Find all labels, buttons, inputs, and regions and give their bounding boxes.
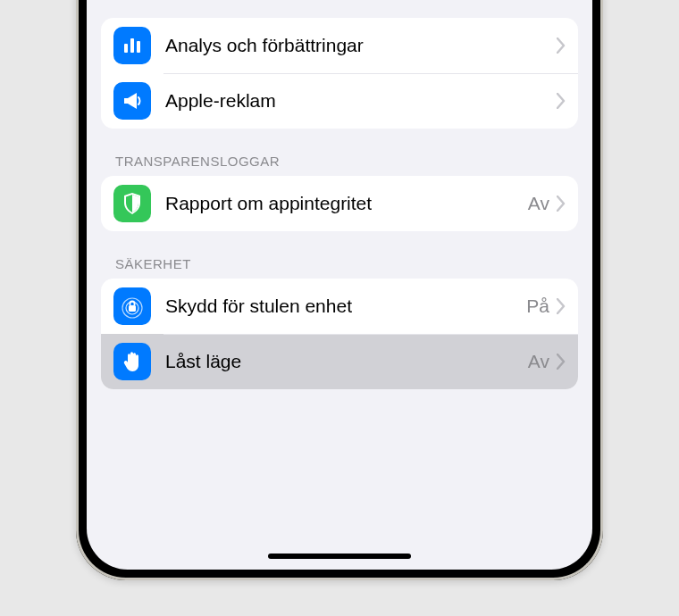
shield-icon	[113, 185, 151, 222]
row-analytics-label: Analys och förbättringar	[165, 35, 557, 56]
row-app-privacy-report-label: Rapport om appintegritet	[165, 193, 528, 214]
megaphone-icon	[113, 82, 151, 120]
settings-group-transparency: Rapport om appintegritet Av	[101, 176, 578, 231]
svg-rect-2	[137, 41, 140, 53]
row-stolen-device-protection-value: På	[526, 296, 549, 317]
settings-group-security: Skydd för stulen enhet På Låst läge Av	[101, 279, 578, 389]
row-lockdown-mode-value: Av	[528, 351, 549, 372]
chevron-right-icon	[557, 93, 566, 109]
hand-icon	[113, 343, 151, 380]
row-apple-advertising-label: Apple-reklam	[165, 90, 557, 112]
phone-frame: Analys och förbättringar Apple-reklam	[76, 0, 603, 580]
screen: Analys och förbättringar Apple-reklam	[87, 0, 592, 570]
svg-rect-1	[130, 38, 134, 53]
chevron-right-icon	[557, 298, 566, 314]
chevron-right-icon	[557, 196, 566, 212]
lock-ripple-icon	[113, 287, 151, 325]
settings-content: Analys och förbättringar Apple-reklam	[87, 0, 592, 389]
home-indicator[interactable]	[268, 554, 411, 559]
svg-rect-5	[129, 305, 136, 312]
row-apple-advertising[interactable]: Apple-reklam	[101, 73, 578, 129]
settings-group-privacy: Analys och förbättringar Apple-reklam	[101, 18, 578, 129]
section-header-transparency: Transparensloggar	[101, 129, 578, 176]
row-app-privacy-report-value: Av	[528, 193, 549, 214]
chevron-right-icon	[557, 354, 566, 370]
row-analytics[interactable]: Analys och förbättringar	[101, 18, 578, 73]
section-header-security: Säkerhet	[101, 231, 578, 279]
row-lockdown-mode-label: Låst läge	[165, 351, 528, 372]
row-stolen-device-protection[interactable]: Skydd för stulen enhet På	[101, 279, 578, 334]
row-stolen-device-protection-label: Skydd för stulen enhet	[165, 296, 526, 317]
row-app-privacy-report[interactable]: Rapport om appintegritet Av	[101, 176, 578, 231]
row-lockdown-mode[interactable]: Låst läge Av	[101, 334, 578, 389]
chevron-right-icon	[557, 37, 566, 54]
bars-icon	[113, 27, 151, 64]
svg-rect-0	[124, 44, 128, 53]
